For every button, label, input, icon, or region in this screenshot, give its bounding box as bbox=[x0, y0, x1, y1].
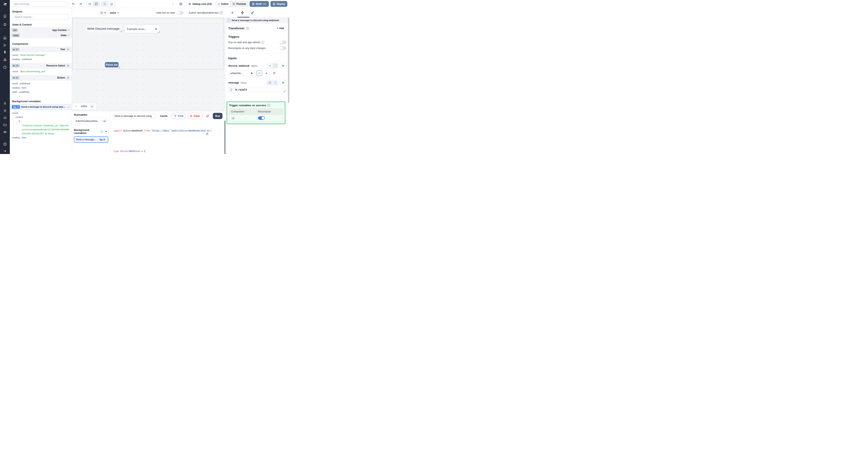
connect-plug-button[interactable] bbox=[280, 63, 286, 69]
code-editor[interactable]: import discordwebhook from "https://deno… bbox=[111, 121, 225, 154]
cache-button[interactable]: Cache bbox=[157, 113, 170, 119]
edit-pencil-icon[interactable] bbox=[67, 106, 70, 108]
run-on-start-toggle[interactable] bbox=[280, 40, 286, 44]
tab-styling[interactable] bbox=[250, 10, 255, 16]
docs-button[interactable] bbox=[177, 1, 185, 7]
script-name-input[interactable]: Send a message to discord using bbox=[113, 113, 156, 119]
favorites-star-icon[interactable] bbox=[0, 21, 10, 27]
resources-icon[interactable] bbox=[0, 57, 10, 63]
clear-button[interactable]: Clear bbox=[187, 113, 202, 119]
schedules-icon[interactable] bbox=[0, 64, 10, 70]
clear-resource-icon[interactable]: ✕ bbox=[251, 72, 253, 75]
reload-code-button[interactable] bbox=[204, 113, 211, 119]
desktop-view-button[interactable] bbox=[108, 1, 115, 6]
hide-bar-toggle[interactable] bbox=[177, 11, 184, 15]
fork-button[interactable]: Fork bbox=[172, 113, 186, 119]
eval-mode-button[interactable]: f bbox=[273, 63, 278, 68]
component-row-b[interactable]: b Resource Select bbox=[10, 63, 72, 68]
user-icon[interactable] bbox=[0, 100, 10, 106]
folders-icon[interactable] bbox=[0, 122, 10, 128]
author-label: Author henri@windmill.dev bbox=[189, 11, 219, 14]
resource-select-component[interactable]: Example resou... ✕ bbox=[124, 25, 160, 33]
static-mode-button[interactable] bbox=[267, 80, 273, 85]
layout-toggle-group bbox=[86, 1, 100, 7]
add-transformer-button[interactable]: + Add bbox=[275, 26, 286, 31]
message-expression-editor[interactable]: 1 b.result bbox=[228, 87, 286, 92]
static-mode-button[interactable] bbox=[267, 63, 273, 68]
workspace-icon[interactable] bbox=[0, 13, 10, 19]
variables-icon[interactable]: $ bbox=[0, 49, 10, 55]
collapse-arrow-icon[interactable] bbox=[0, 148, 10, 154]
connect-plug-button[interactable] bbox=[280, 80, 286, 86]
run-button[interactable]: Run bbox=[213, 113, 222, 119]
success-box-title: Trigger runnables on success bbox=[229, 104, 266, 107]
settings-gear-icon[interactable] bbox=[0, 108, 10, 113]
info-icon[interactable]: i bbox=[267, 104, 270, 107]
clear-select-icon[interactable]: ✕ bbox=[155, 28, 157, 31]
fullwidth-layout-button[interactable] bbox=[93, 1, 99, 6]
runnable-item-c[interactable]: hub/1511/discord/se... c bbox=[74, 118, 108, 124]
help-icon[interactable]: ? bbox=[0, 141, 10, 147]
code-panel: Send a message to discord using Cache Fo… bbox=[111, 111, 225, 154]
redo-button[interactable] bbox=[77, 1, 85, 7]
workers-robot-icon[interactable] bbox=[0, 114, 10, 121]
mobile-view-button[interactable] bbox=[102, 1, 108, 6]
tab-component-settings[interactable] bbox=[240, 10, 245, 16]
settings-panel: f Send a message to discord using webhoo… bbox=[225, 8, 289, 154]
draft-button[interactable]: Draft ⌘S bbox=[250, 1, 269, 7]
runnable-item-bg0[interactable]: Send a message... bg_0 bbox=[74, 136, 108, 143]
output-row-state[interactable]: state State bbox=[10, 33, 72, 38]
info-icon[interactable]: i bbox=[261, 41, 264, 44]
add-background-runnable-button[interactable]: + bbox=[104, 129, 108, 134]
app-canvas[interactable]: Write Discord message: Example resou... … bbox=[72, 18, 225, 111]
collapse-b-button[interactable] bbox=[66, 64, 70, 67]
add-resource-button[interactable]: + bbox=[264, 70, 270, 76]
expand-editor-button[interactable] bbox=[282, 89, 287, 93]
info-icon[interactable]: i bbox=[246, 27, 249, 30]
search-outputs-input[interactable] bbox=[12, 14, 69, 20]
press-me-button[interactable]: Press me bbox=[105, 62, 119, 67]
column-component: Component bbox=[229, 109, 256, 114]
undo-button[interactable] bbox=[69, 1, 77, 7]
copy-code-button[interactable] bbox=[206, 126, 214, 142]
component-row-c[interactable]: c Button bbox=[10, 75, 72, 80]
tab-insert-component[interactable] bbox=[230, 10, 235, 16]
resource-value-box[interactable]: u/henri/te... ✕ bbox=[228, 70, 255, 76]
more-options-menu[interactable]: ⋮ bbox=[170, 2, 176, 6]
text-component[interactable]: Write Discord message: bbox=[86, 25, 122, 32]
collapse-c-button[interactable] bbox=[66, 76, 70, 79]
clipboard-icon bbox=[206, 132, 209, 135]
zoom-in-button[interactable]: + bbox=[89, 104, 95, 109]
c-type: Button bbox=[57, 76, 65, 79]
collapse-a-button[interactable] bbox=[66, 48, 70, 51]
resize-handle[interactable] bbox=[120, 30, 122, 32]
resize-handle[interactable] bbox=[157, 31, 159, 33]
zoom-out-button[interactable]: − bbox=[74, 104, 79, 108]
ctx-type: App Context bbox=[52, 29, 66, 32]
deploy-button[interactable]: Deploy bbox=[271, 1, 287, 7]
windmill-logo[interactable] bbox=[0, 0, 10, 8]
debug-runs-button[interactable]: Debug runs (23) bbox=[186, 1, 214, 7]
frequency-dropdown[interactable]: once bbox=[110, 11, 120, 14]
recompute-toggle[interactable] bbox=[280, 46, 286, 50]
top-toolbar: ⋮ Debug runs (23) Editor Preview Draft ⌘… bbox=[10, 0, 289, 8]
resize-handle[interactable] bbox=[118, 66, 120, 68]
right-panel-scrollbar[interactable] bbox=[288, 18, 289, 103]
recompute-c-toggle[interactable] bbox=[258, 116, 265, 120]
bg0-row[interactable]: bg_0 Send a message to discord using web… bbox=[10, 104, 72, 110]
app-summary-input[interactable] bbox=[12, 1, 68, 7]
tab-editor[interactable]: Editor bbox=[216, 1, 230, 6]
output-row-ctx[interactable]: ctx App Context bbox=[10, 27, 72, 33]
component-row-a[interactable]: a Text bbox=[10, 46, 72, 52]
info-icon[interactable]: i bbox=[100, 130, 103, 133]
edit-resource-button[interactable] bbox=[256, 70, 262, 76]
center-layout-button[interactable] bbox=[87, 1, 93, 6]
runs-icon[interactable] bbox=[0, 42, 10, 48]
refresh-count-button[interactable]: 0 bbox=[98, 10, 108, 16]
refresh-resource-button[interactable] bbox=[271, 70, 277, 76]
tab-preview[interactable]: Preview bbox=[231, 1, 248, 6]
eval-mode-button[interactable]: f bbox=[273, 80, 278, 85]
info-icon[interactable]: i bbox=[220, 11, 223, 14]
audit-eye-icon[interactable] bbox=[0, 129, 10, 135]
home-icon[interactable] bbox=[0, 35, 10, 41]
